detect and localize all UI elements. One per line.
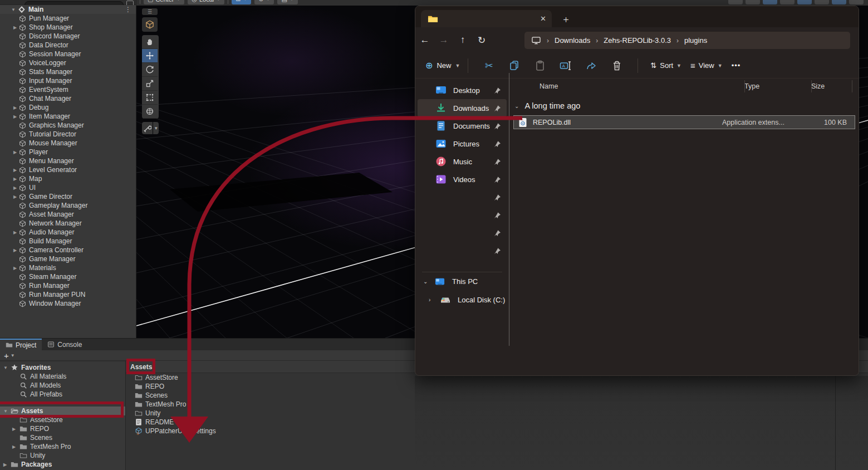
sort-button[interactable]: ⇅ Sort ▼ — [650, 61, 681, 70]
view-orientation-button[interactable] — [142, 17, 158, 32]
hierarchy-item[interactable]: ▶ Item Manager — [0, 112, 136, 121]
hierarchy-item[interactable]: ▶ Map — [0, 174, 136, 183]
copy-button[interactable] — [505, 60, 524, 71]
sidebar-item[interactable]: Videos — [418, 170, 507, 188]
lighting-toggle[interactable] — [763, 0, 777, 4]
hierarchy-item[interactable]: Asset Manager — [0, 210, 136, 219]
camera-toggle[interactable] — [832, 0, 846, 4]
hierarchy-item[interactable]: Menu Manager — [0, 156, 136, 165]
sidebar-item[interactable] — [418, 206, 507, 224]
expand-arrow-icon[interactable]: ▶ — [11, 114, 19, 119]
tab-console[interactable]: Console — [42, 339, 87, 350]
hierarchy-item[interactable]: Data Director — [0, 41, 136, 50]
sidebar-item[interactable]: Downloads — [418, 99, 507, 117]
file-group-header[interactable]: ⌄ A long time ago — [513, 97, 855, 114]
expand-arrow-icon[interactable]: ▶ — [12, 444, 19, 449]
expand-arrow-icon[interactable]: ▶ — [11, 194, 19, 199]
scale-tool-button[interactable] — [142, 77, 158, 91]
back-button[interactable]: ← — [415, 35, 434, 46]
sidebar-item[interactable] — [418, 242, 507, 260]
hierarchy-item[interactable]: Network Manager — [0, 219, 136, 228]
hierarchy-item[interactable]: Pun Manager — [0, 14, 136, 23]
hierarchy-item[interactable]: Mouse Manager — [0, 139, 136, 148]
project-tree-item[interactable]: All Models — [0, 381, 125, 390]
project-tree-item[interactable]: All Prefabs — [0, 390, 125, 399]
expand-arrow-icon[interactable]: ▶ — [11, 25, 19, 30]
expand-arrow-icon[interactable]: ▼ — [11, 7, 16, 12]
create-asset-button[interactable]: + — [4, 351, 9, 360]
sidebar-item[interactable]: Pictures — [418, 135, 507, 153]
expand-arrow-icon[interactable]: ▶ — [11, 230, 19, 235]
expand-arrow-icon[interactable]: ▶ — [3, 462, 11, 467]
breadcrumb-segment[interactable]: plugins — [684, 36, 707, 45]
more-options-button[interactable]: ••• — [732, 61, 741, 70]
hierarchy-item[interactable]: ▶ Shop Manager — [0, 23, 136, 32]
hierarchy-item[interactable]: Session Manager — [0, 50, 136, 58]
visibility-toggle[interactable] — [815, 0, 829, 4]
expand-arrow-icon[interactable]: ▶ — [11, 177, 19, 182]
audio-toggle[interactable] — [780, 0, 795, 4]
hierarchy-item[interactable]: Discord Manager — [0, 32, 136, 41]
paste-button[interactable] — [531, 60, 550, 71]
create-asset-caret-icon[interactable]: ▼ — [11, 353, 15, 358]
hierarchy-item[interactable]: ▶ Debug — [0, 103, 136, 112]
chevron-right-icon[interactable]: › — [429, 297, 437, 303]
hierarchy-item[interactable]: Build Manager — [0, 237, 136, 246]
cut-button[interactable]: ✂ — [479, 60, 498, 72]
sidebar-item-this-pc[interactable]: ⌄ This PC — [415, 272, 509, 291]
refresh-button[interactable]: ↻ — [472, 35, 491, 46]
expand-arrow-icon[interactable]: ▶ — [11, 248, 19, 253]
orbit-button[interactable] — [728, 0, 743, 4]
chevron-down-icon[interactable]: ⌄ — [423, 278, 431, 285]
breadcrumb-segment[interactable]: Zehs-REPOLib-3.0.3 — [604, 36, 671, 45]
hierarchy-item[interactable]: Tutorial Director — [0, 130, 136, 139]
column-name[interactable]: Name — [540, 82, 744, 90]
sidebar-item[interactable]: Desktop — [418, 81, 507, 99]
hierarchy-item[interactable]: Steam Manager — [0, 272, 136, 281]
hierarchy-item[interactable]: ▶ Audio Manager — [0, 228, 136, 237]
rect-tool-button[interactable] — [142, 91, 158, 105]
chevron-down-icon[interactable]: ⌄ — [514, 103, 519, 109]
expand-arrow-icon[interactable]: ▶ — [11, 185, 19, 190]
expand-arrow-icon[interactable]: ▶ — [11, 105, 19, 110]
hierarchy-item[interactable]: Input Manager — [0, 76, 136, 85]
hierarchy-item[interactable]: Game Manager — [0, 254, 136, 263]
tab-project[interactable]: Project — [0, 339, 42, 350]
hierarchy-scene-row[interactable]: ▼ Main ⋮ — [0, 5, 136, 14]
tool-settings-button[interactable]: ▤▼ — [277, 0, 297, 4]
share-button[interactable] — [582, 60, 601, 71]
pivot-mode-button[interactable]: ▢ Center▼ — [144, 0, 184, 4]
up-button[interactable]: ↑ — [453, 35, 472, 46]
new-button[interactable]: ⊕ New ▼ — [425, 60, 460, 71]
hierarchy-item[interactable]: ▶ UI — [0, 183, 136, 192]
column-separator[interactable] — [744, 80, 745, 92]
gizmos-dropdown[interactable] — [849, 0, 864, 4]
expand-arrow-icon[interactable]: ▶ — [12, 427, 19, 432]
hierarchy-item[interactable]: VoiceLogger — [0, 58, 136, 67]
project-tree-item[interactable]: Scenes — [0, 433, 125, 442]
scene-options-icon[interactable]: ⋮ — [125, 6, 131, 13]
project-tree-item[interactable]: ▶ Packages — [0, 460, 125, 469]
project-tree-item[interactable]: Unity — [0, 451, 125, 460]
rotation-mode-button[interactable]: ◎ Local▼ — [188, 0, 224, 4]
expand-arrow-icon[interactable]: ▶ — [11, 266, 19, 271]
view-button[interactable]: ≡ View ▼ — [690, 61, 723, 70]
custom-tools-button[interactable] — [142, 122, 153, 134]
project-tree-item[interactable]: ▶ REPO — [0, 424, 125, 433]
explorer-titlebar[interactable]: ✕ ＋ — [415, 6, 859, 27]
custom-tools-caret[interactable]: ▼ — [153, 122, 159, 134]
expand-arrow-icon[interactable]: ▼ — [3, 365, 11, 370]
effects-toggle[interactable] — [797, 0, 812, 4]
hierarchy-item[interactable]: ▶ Camera Controller — [0, 246, 136, 254]
hierarchy-item[interactable]: EventSystem — [0, 85, 136, 94]
column-size[interactable]: Size — [811, 82, 845, 90]
snap-increment-button[interactable]: ⊙▼ — [254, 0, 274, 4]
explorer-tab[interactable]: ✕ — [421, 10, 552, 27]
2d-toggle[interactable] — [746, 0, 760, 4]
grid-snap-button[interactable]: ⊞▼ — [232, 0, 251, 4]
new-tab-button[interactable]: ＋ — [561, 13, 571, 26]
hierarchy-item[interactable]: ▶ Level Generator — [0, 165, 136, 174]
hierarchy-item[interactable]: ▶ Player — [0, 148, 136, 156]
breadcrumb-segment[interactable]: Downloads — [555, 36, 590, 45]
overlay-drag-handle[interactable]: ☰ — [142, 8, 158, 15]
